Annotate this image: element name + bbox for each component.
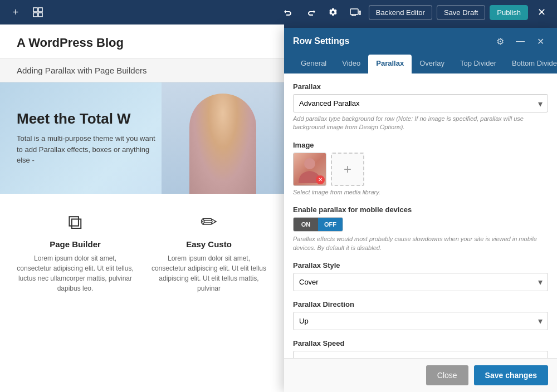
page-subheader: Adding Parallax with Page Builders: [0, 59, 284, 82]
undo-button[interactable]: [280, 3, 297, 21]
tab-overlay[interactable]: Overlay: [412, 55, 452, 74]
panel-content: Parallax Advanced Parallax None Standard…: [284, 74, 557, 358]
parallax-hint: Add parallax type background for row (No…: [293, 115, 548, 132]
image-thumbnail[interactable]: ✕: [293, 153, 326, 186]
hero-section: Meet the Total W Total is a multi-purpos…: [0, 82, 284, 194]
image-add-button[interactable]: +: [331, 153, 364, 186]
parallax-field-group: Parallax Advanced Parallax None Standard…: [293, 82, 548, 132]
settings-button[interactable]: [324, 3, 342, 21]
svg-rect-1: [38, 8, 42, 12]
features-section: ⧉ Page Builder Lorem ipsum dolor sit ame…: [0, 194, 284, 310]
devices-button[interactable]: [346, 3, 364, 21]
feature2-text: Lorem ipsum dolor sit amet, consectetur …: [150, 253, 267, 293]
toggle-off-button[interactable]: OFF: [318, 218, 343, 231]
mobile-toggle[interactable]: ON OFF: [293, 217, 343, 232]
tab-video[interactable]: Video: [334, 55, 368, 74]
grid-button[interactable]: [29, 3, 47, 21]
tab-bottom-divider[interactable]: Bottom Divider: [504, 55, 557, 74]
svg-rect-0: [33, 8, 37, 12]
parallax-speed-label: Parallax Speed: [293, 339, 548, 347]
panel-footer: Close Save changes: [284, 358, 557, 392]
panel-tabs: General Video Parallax Overlay Top Divid…: [284, 55, 557, 74]
parallax-direction-select-wrapper[interactable]: Up Down Left Right: [293, 312, 548, 330]
parallax-style-select-wrapper[interactable]: Cover Contain Auto: [293, 273, 548, 291]
backend-editor-button[interactable]: Backend Editor: [369, 5, 432, 20]
redo-button[interactable]: [302, 3, 320, 21]
feature1-text: Lorem ipsum dolor sit amet, consectetur …: [17, 253, 134, 293]
parallax-speed-field-group: Parallax Speed The movement speed, value…: [293, 339, 548, 358]
panel-header-actions: ⚙ — ✕: [492, 33, 548, 49]
hero-paragraph: Total is a multi-purpose theme wit you w…: [17, 133, 156, 166]
panel-close-icon[interactable]: ✕: [532, 33, 548, 49]
panel-settings-icon[interactable]: ⚙: [492, 33, 508, 49]
feature2-title: Easy Custo: [186, 239, 232, 249]
svg-rect-4: [350, 9, 358, 14]
feature-item-2: ✏ Easy Custo Lorem ipsum dolor sit amet,…: [150, 210, 267, 293]
page-builder-icon: ⧉: [68, 210, 82, 234]
parallax-label: Parallax: [293, 82, 548, 91]
image-hint: Select image from media library.: [293, 188, 548, 197]
image-remove-button[interactable]: ✕: [316, 175, 325, 184]
page-title: A WordPress Blog: [17, 36, 267, 50]
parallax-speed-input[interactable]: [293, 351, 548, 358]
parallax-select-wrapper[interactable]: Advanced Parallax None Standard Parallax: [293, 94, 548, 112]
save-draft-button[interactable]: Save Draft: [437, 5, 485, 20]
toolbar-right: Backend Editor Save Draft Publish ✕: [280, 3, 550, 21]
page-canvas: A WordPress Blog Adding Parallax with Pa…: [0, 24, 284, 392]
parallax-style-select[interactable]: Cover Contain Auto: [293, 273, 548, 291]
mobile-field-group: Enable parallax for mobile devices ON OF…: [293, 205, 548, 252]
mobile-label: Enable parallax for mobile devices: [293, 205, 548, 214]
parallax-direction-field-group: Parallax Direction Up Down Left Right: [293, 300, 548, 330]
feature1-title: Page Builder: [50, 239, 101, 249]
hero-text: Meet the Total W Total is a multi-purpos…: [0, 99, 173, 177]
parallax-select[interactable]: Advanced Parallax None Standard Parallax: [293, 94, 548, 112]
toolbar-left: +: [7, 3, 47, 21]
publish-button[interactable]: Publish: [490, 5, 528, 20]
tab-general[interactable]: General: [293, 55, 334, 74]
svg-point-5: [304, 158, 315, 169]
hero-image: [162, 82, 284, 194]
parallax-direction-label: Parallax Direction: [293, 300, 548, 308]
page-subtitle: Adding Parallax with Page Builders: [17, 66, 267, 75]
parallax-style-label: Parallax Style: [293, 261, 548, 270]
close-button[interactable]: Close: [426, 365, 468, 385]
panel-header: Row Settings ⚙ — ✕: [284, 28, 557, 55]
feature-item-1: ⧉ Page Builder Lorem ipsum dolor sit ame…: [17, 210, 134, 293]
panel-title: Row Settings: [293, 36, 349, 46]
parallax-style-field-group: Parallax Style Cover Contain Auto: [293, 261, 548, 291]
parallax-direction-select[interactable]: Up Down Left Right: [293, 312, 548, 330]
save-changes-button[interactable]: Save changes: [474, 365, 548, 385]
panel-minimize-icon[interactable]: —: [512, 33, 528, 49]
image-area: ✕ +: [293, 153, 548, 186]
svg-rect-2: [33, 13, 37, 17]
hero-heading: Meet the Total W: [17, 110, 156, 128]
toggle-on-button[interactable]: ON: [294, 218, 318, 231]
add-button[interactable]: +: [7, 3, 25, 21]
tab-top-divider[interactable]: Top Divider: [452, 55, 504, 74]
row-settings-panel: Row Settings ⚙ — ✕ General Video Paralla…: [284, 28, 557, 392]
mobile-hint: Parallax effects would most probably cau…: [293, 235, 548, 252]
toolbar: + Backend Editor Save Draft Publish ✕: [0, 0, 557, 24]
page-header: A WordPress Blog: [0, 24, 284, 59]
image-label: Image: [293, 141, 548, 149]
easy-customize-icon: ✏: [201, 210, 217, 234]
close-toolbar-button[interactable]: ✕: [532, 3, 550, 21]
svg-rect-3: [38, 13, 42, 17]
image-field-group: Image ✕ + Select image from media librar…: [293, 141, 548, 197]
tab-parallax[interactable]: Parallax: [368, 55, 412, 74]
